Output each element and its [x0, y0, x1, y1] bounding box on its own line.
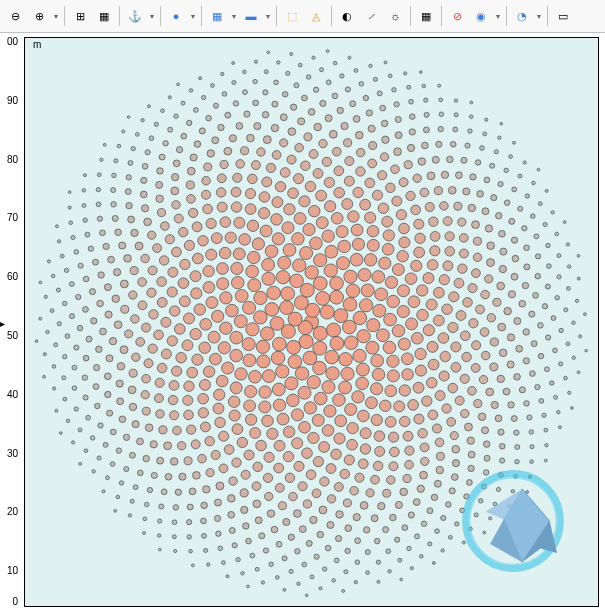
svg-point-29 [344, 336, 358, 350]
zoom-extents-icon[interactable]: ⊞ [69, 5, 91, 27]
svg-point-959 [221, 561, 225, 565]
svg-point-102 [387, 295, 400, 307]
svg-point-93 [226, 304, 239, 317]
surface-icon-dropdown[interactable]: ▾ [264, 12, 272, 21]
svg-point-268 [215, 417, 226, 427]
surface-icon[interactable]: ▬ [240, 5, 262, 27]
anchor-icon[interactable]: ⚓ [124, 5, 146, 27]
svg-point-966 [567, 287, 571, 291]
camera-icon[interactable]: ◔ [511, 5, 533, 27]
svg-point-730 [423, 127, 429, 133]
svg-point-240 [245, 204, 256, 215]
svg-point-485 [303, 500, 311, 508]
svg-point-264 [378, 203, 389, 214]
point-style-icon-dropdown[interactable]: ▾ [189, 12, 197, 21]
wireframe-icon[interactable]: ⟋ [360, 5, 382, 27]
hide-icon[interactable]: ⊘ [446, 5, 468, 27]
svg-point-47 [359, 299, 372, 312]
svg-point-1070 [232, 62, 235, 65]
svg-point-390 [468, 284, 477, 293]
select-lasso-icon[interactable]: ◬ [305, 5, 327, 27]
svg-point-472 [265, 492, 273, 500]
svg-point-973 [161, 109, 165, 113]
svg-point-711 [112, 215, 118, 221]
svg-point-51 [246, 323, 259, 336]
svg-point-386 [155, 378, 164, 387]
svg-point-907 [74, 407, 78, 411]
svg-point-147 [365, 397, 377, 409]
svg-point-200 [214, 389, 225, 400]
svg-point-997 [422, 84, 426, 87]
svg-point-95 [287, 394, 300, 407]
svg-point-623 [511, 273, 518, 280]
image-icon[interactable]: ▭ [552, 5, 574, 27]
transparency-icon[interactable]: ◐ [336, 5, 358, 27]
svg-point-282 [275, 182, 285, 192]
svg-point-97 [383, 341, 396, 354]
svg-point-367 [373, 461, 382, 470]
zoom-out-icon[interactable]: ⊖ [4, 5, 26, 27]
svg-point-614 [104, 284, 111, 291]
show-icon-dropdown[interactable]: ▾ [494, 12, 502, 21]
svg-point-919 [559, 362, 563, 366]
svg-point-111 [235, 368, 247, 380]
svg-point-249 [408, 400, 419, 411]
svg-point-87 [314, 392, 327, 405]
svg-point-192 [245, 414, 256, 425]
svg-point-988 [116, 495, 120, 499]
svg-point-60 [361, 284, 374, 297]
svg-point-50 [353, 349, 366, 362]
mesh-icon-dropdown[interactable]: ▾ [230, 12, 238, 21]
zoom-selected-icon[interactable]: ▦ [93, 5, 115, 27]
svg-point-544 [355, 131, 363, 139]
svg-point-674 [105, 391, 111, 397]
plot-canvas[interactable]: m [24, 37, 599, 607]
svg-point-42 [357, 330, 370, 343]
mesh-icon[interactable]: ▦ [206, 5, 228, 27]
svg-point-910 [96, 188, 100, 192]
svg-point-372 [442, 404, 451, 413]
svg-point-684 [288, 534, 294, 540]
svg-point-1040 [319, 587, 322, 590]
svg-point-125 [303, 224, 315, 236]
zoom-in-icon[interactable]: ⊕ [28, 5, 50, 27]
svg-point-952 [135, 132, 139, 136]
svg-point-48 [276, 365, 289, 378]
y-tick: 90 [7, 94, 18, 105]
svg-point-344 [184, 410, 194, 420]
svg-point-265 [331, 449, 342, 459]
svg-point-875 [355, 560, 360, 565]
svg-point-654 [381, 120, 388, 127]
svg-point-855 [96, 202, 101, 207]
svg-point-1062 [147, 105, 150, 108]
svg-point-918 [154, 122, 158, 126]
svg-point-428 [136, 337, 145, 346]
svg-point-219 [234, 217, 245, 228]
svg-point-32 [313, 361, 327, 375]
zoom-in-icon-dropdown[interactable]: ▾ [52, 12, 60, 21]
svg-point-658 [201, 502, 208, 509]
camera-icon-dropdown[interactable]: ▾ [535, 12, 543, 21]
point-style-icon[interactable]: ● [165, 5, 187, 27]
svg-point-492 [473, 237, 481, 245]
grid-icon[interactable]: ▦ [415, 5, 437, 27]
svg-point-235 [316, 190, 327, 201]
lighting-icon[interactable]: ☼ [384, 5, 406, 27]
svg-point-697 [336, 535, 342, 541]
anchor-icon-dropdown[interactable]: ▾ [148, 12, 156, 21]
select-box-icon[interactable]: ⬚ [281, 5, 303, 27]
svg-point-3 [313, 326, 327, 340]
svg-point-779 [88, 246, 93, 251]
svg-point-702 [449, 488, 455, 494]
svg-point-1053 [377, 580, 380, 583]
svg-point-743 [380, 105, 386, 111]
svg-point-1041 [122, 130, 125, 133]
svg-point-608 [327, 521, 334, 528]
svg-point-53 [307, 376, 320, 389]
svg-point-792 [76, 294, 81, 299]
svg-point-108 [304, 402, 317, 414]
svg-point-1049 [199, 77, 202, 80]
svg-point-24 [325, 350, 339, 364]
show-icon[interactable]: ◉ [470, 5, 492, 27]
svg-point-184 [283, 426, 295, 437]
